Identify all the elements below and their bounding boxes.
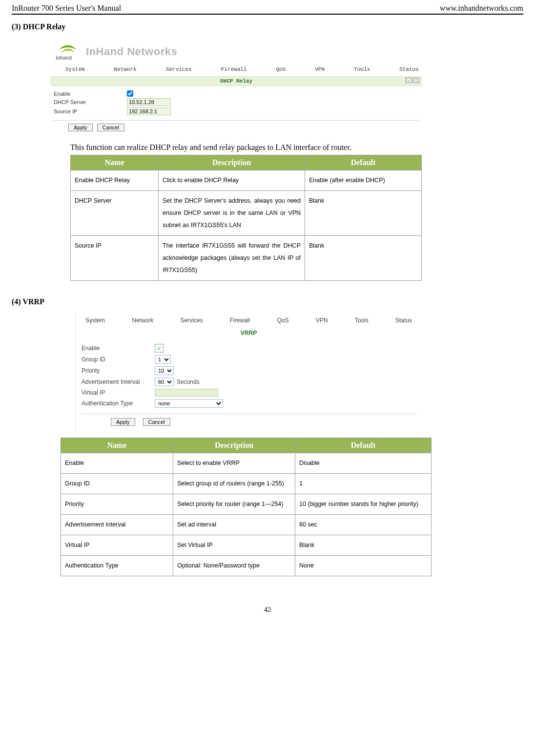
table-row: Virtual IP Set Virtual IP Blank [61,535,432,556]
nav2-qos[interactable]: QoS [277,317,288,324]
ad-interval-label: Advertisement Interval [82,378,155,385]
maximize-icon[interactable]: □ [413,78,419,83]
minimize-icon[interactable]: – [406,78,412,83]
panel2-title: VRRP [76,328,422,338]
page-number: 42 [12,606,523,614]
router-nav2: System Network Services Firewall QoS VPN… [76,313,422,328]
logo-text: InHand Networks [86,45,177,58]
nav2-tools[interactable]: Tools [355,317,369,324]
table-row: Group ID Select group id of routers (ran… [61,474,432,494]
nav-qos[interactable]: QoS [261,66,300,72]
vrrp-enable-label: Enable [82,345,155,352]
th2-name: Name [61,438,173,453]
dhcp-relay-table: Name Description Default Enable DHCP Rel… [70,155,422,281]
enable-checkbox[interactable] [127,90,133,97]
nav-tools[interactable]: Tools [339,66,385,72]
header-right: www.inhandnetworks.com [440,4,523,13]
table-row: DHCP Server Set the DHCP Server's addres… [71,191,422,236]
section3-heading: (3) DHCP Relay [12,22,523,31]
vrrp-table: Name Description Default Enable Select t… [61,438,432,576]
auth-type-label: Authentication Type [82,400,155,407]
group-id-label: Group ID [82,356,155,363]
nav-services[interactable]: Services [151,66,206,72]
nav-network[interactable]: Network [100,66,151,72]
nav-firewall[interactable]: Firewall [206,66,262,72]
priority-label: Priority [82,367,155,374]
router-nav: System Network Services Firewall QoS VPN… [51,63,422,76]
nav-status[interactable]: Status [385,66,433,72]
th-description: Description [159,155,305,170]
auth-type-select[interactable]: none [155,399,223,408]
virtual-ip-input[interactable] [155,389,218,397]
vrrp-cancel-button[interactable]: Cancel [143,418,170,426]
th-default: Default [305,155,422,170]
vrrp-screenshot: System Network Services Firewall QoS VPN… [75,313,422,433]
panel-title: DHCP Relay [220,78,252,84]
nav2-system[interactable]: System [85,317,105,324]
th2-default: Default [295,438,432,453]
vrrp-apply-button[interactable]: Apply [111,418,135,426]
group-id-select[interactable]: 1 [155,355,171,364]
header-left: InRouter 700 Series User's Manual [12,4,121,13]
table-row: Enable Select to enable VRRP Disable [61,453,432,474]
section4-heading: (4) VRRP [12,297,523,306]
nav2-status[interactable]: Status [395,317,412,324]
nav2-network[interactable]: Network [132,317,153,324]
source-ip-label: Source IP [54,108,127,114]
table-row: Source IP The interface IR7X1GS55 will f… [71,236,422,281]
virtual-ip-label: Virtual IP [82,389,155,396]
nav2-firewall[interactable]: Firewall [230,317,250,324]
table-row: Authentication Type Optional: None/Passw… [61,556,432,576]
nav-vpn[interactable]: VPN [300,66,339,72]
source-ip-input[interactable] [127,107,171,115]
table-row: Advertisement Interval Set ad interval 6… [61,515,432,535]
section3-caption: This function can realize DHCP relay and… [70,143,523,152]
priority-select[interactable]: 10 [155,366,174,375]
enable-label: Enable [54,91,127,97]
th-name: Name [71,155,159,170]
svg-text:inhand: inhand [56,55,72,61]
dhcp-server-label: DHCP Server [54,99,127,105]
table-row: Priority Select priority for router (ran… [61,494,432,515]
nav2-services[interactable]: Services [181,317,203,324]
logo-row: inhand InHand Networks [51,38,422,63]
ad-interval-unit: Seconds [177,378,200,385]
panel-title-bar: DHCP Relay – □ [51,76,422,86]
vrrp-enable-checkbox[interactable]: ✓ [155,344,164,353]
ad-interval-select[interactable]: 60 [155,378,174,386]
nav2-vpn[interactable]: VPN [316,317,328,324]
dhcp-server-input[interactable] [127,98,171,106]
nav-system[interactable]: System [51,66,100,72]
inhand-logo-icon: inhand [54,42,81,62]
apply-button[interactable]: Apply [68,124,93,131]
table-row: Enable DHCP Relay Click to enable DHCP R… [71,170,422,191]
page-header: InRouter 700 Series User's Manual www.in… [12,4,523,15]
th2-description: Description [173,438,295,453]
dhcp-relay-screenshot: inhand InHand Networks System Network Se… [51,38,523,138]
cancel-button[interactable]: Cancel [97,124,124,131]
